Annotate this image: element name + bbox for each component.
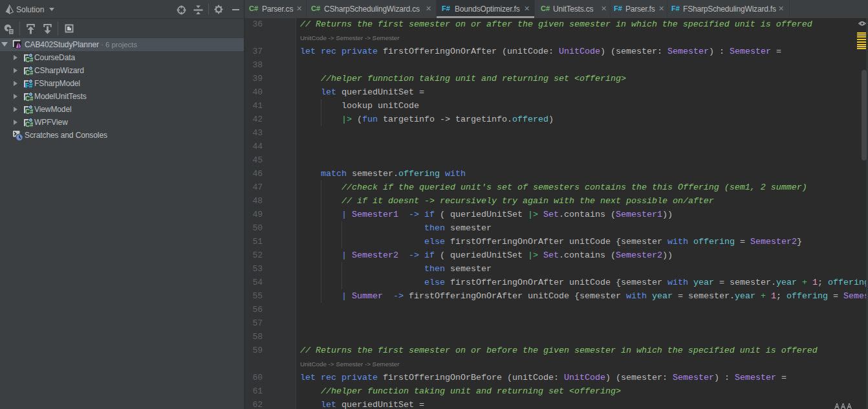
svg-text:C#: C# — [25, 121, 33, 127]
svg-text:C#: C# — [25, 56, 33, 63]
svg-text:F#: F# — [25, 82, 33, 89]
svg-text:C#: C# — [25, 108, 33, 115]
svg-text:C#: C# — [25, 95, 33, 102]
svg-text:C#: C# — [25, 69, 33, 76]
